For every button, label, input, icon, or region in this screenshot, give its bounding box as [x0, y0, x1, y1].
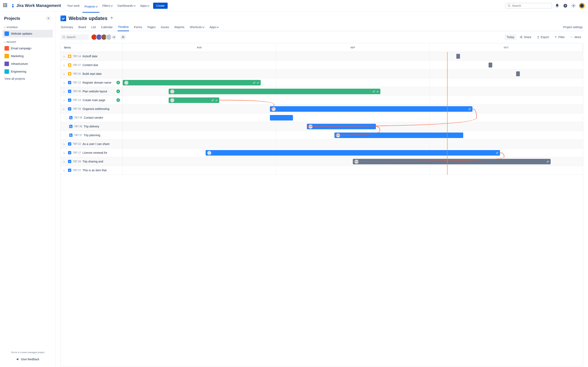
add-project-button[interactable]: + [45, 16, 51, 21]
nav-item-filters[interactable]: Filters [100, 2, 114, 9]
collapse-icon[interactable] [63, 107, 66, 110]
timeline-bar[interactable] [123, 80, 261, 85]
settings-icon[interactable] [571, 3, 576, 8]
timeline-bar[interactable] [353, 159, 551, 164]
expand-icon[interactable] [63, 63, 66, 67]
timeline-bar[interactable] [169, 98, 219, 103]
expand-icon[interactable] [63, 160, 66, 163]
issue-title[interactable]: Kickoff date [82, 55, 97, 58]
recent-section-toggle[interactable]: RECENT [2, 40, 53, 44]
tab-apps[interactable]: Apps [209, 24, 219, 31]
issue-title[interactable]: As a user I can share [82, 142, 109, 146]
issue-key[interactable]: TBT-14 [73, 55, 81, 58]
expand-icon[interactable] [63, 81, 66, 84]
issue-key[interactable]: TBT-36 [74, 125, 82, 128]
issue-title[interactable]: Trip sharing and [82, 160, 103, 163]
timeline-row[interactable]: TBT-33Organize webhosting [61, 105, 583, 113]
timeline-row[interactable]: TBT-27This is an item that [61, 166, 583, 175]
issue-title[interactable]: This is an item that [82, 169, 107, 172]
issue-title[interactable]: Build start date [82, 72, 102, 75]
expand-icon[interactable] [63, 55, 66, 58]
issue-key[interactable]: TBT-17 [73, 151, 81, 154]
tab-forms[interactable]: Forms [134, 24, 143, 31]
tab-project-settings[interactable]: Project settings [563, 24, 583, 31]
issue-key[interactable]: TBT-22 [73, 142, 81, 145]
product-logo[interactable]: Jira Work Management [11, 3, 61, 8]
tab-summary[interactable]: Summary [61, 24, 73, 31]
more-button[interactable]: ⋯More [568, 34, 583, 40]
timeline-row[interactable]: TBT-12Register domain name [61, 78, 583, 87]
timeline-row[interactable]: TBT-37Trip planning [61, 131, 583, 140]
expand-icon[interactable] [63, 72, 66, 75]
avatar-overflow[interactable]: +3 [111, 34, 117, 40]
tab-calendar[interactable]: Calendar [101, 24, 113, 31]
expand-icon[interactable] [63, 142, 66, 146]
timeline-bar[interactable] [334, 133, 463, 138]
tab-reports[interactable]: Reports [174, 24, 185, 31]
tab-issues[interactable]: Issues [160, 24, 169, 31]
timeline-bar[interactable] [169, 89, 380, 94]
issue-key[interactable]: TBT-12 [73, 81, 81, 84]
nav-item-your-work[interactable]: Your work [65, 2, 82, 9]
issue-title[interactable]: Plan website layout [82, 90, 107, 93]
sidebar-project-marketing[interactable]: Marketing [2, 52, 53, 60]
tab-shortcuts[interactable]: Shortcuts [189, 24, 205, 31]
nav-item-projects[interactable]: Projects [82, 2, 99, 13]
expand-icon[interactable] [63, 151, 66, 154]
global-search-input[interactable] [512, 4, 550, 7]
customize-icon[interactable] [110, 17, 113, 20]
issue-key[interactable]: TBT-33 [73, 108, 81, 110]
issue-key[interactable]: TBT-27 [73, 169, 81, 172]
timeline-row[interactable]: TBT-35Plan website layout [61, 87, 583, 96]
milestone-marker[interactable] [516, 71, 520, 76]
issue-key[interactable]: TBT-32 [73, 72, 81, 75]
milestone-marker[interactable] [489, 63, 492, 67]
nav-item-apps[interactable]: Apps [138, 2, 151, 9]
create-button[interactable]: Create [153, 3, 167, 9]
issue-title[interactable]: License renewal for [82, 151, 107, 154]
timeline-row[interactable]: TBT-14Kickoff date [61, 52, 583, 61]
milestone-marker[interactable] [456, 54, 460, 59]
issue-title[interactable]: Trip delivery [84, 125, 99, 128]
tab-board[interactable]: Board [78, 24, 86, 31]
timeline-row[interactable]: TBT-29Trip sharing and [61, 157, 583, 166]
issue-key[interactable]: TBT-35 [74, 116, 82, 119]
share-button[interactable]: Share [518, 34, 533, 40]
user-avatar[interactable] [579, 3, 585, 8]
issue-title[interactable]: Content due [82, 63, 98, 67]
issue-key[interactable]: TBT-27 [73, 64, 81, 67]
sidebar-project-engineering[interactable]: Engineering [2, 68, 53, 75]
export-button[interactable]: Export [535, 34, 551, 40]
issue-key[interactable]: TBT-29 [73, 160, 81, 163]
timeline-bar[interactable] [270, 106, 472, 112]
issue-key[interactable]: TBT-37 [74, 134, 82, 137]
tab-pages[interactable]: Pages [147, 24, 156, 31]
app-switcher-icon[interactable] [3, 3, 8, 8]
issue-title[interactable]: Trip planning [84, 133, 100, 137]
filter-button[interactable]: Filter [552, 34, 567, 40]
timeline-bar[interactable] [307, 124, 376, 129]
give-feedback-button[interactable]: Give feedback [2, 356, 53, 363]
board-search-input[interactable] [67, 35, 85, 39]
global-search[interactable] [505, 3, 552, 8]
expand-icon[interactable] [63, 90, 66, 93]
timeline-row[interactable]: TBT-17License renewal for [61, 149, 583, 157]
board-search[interactable] [61, 34, 89, 40]
view-all-projects[interactable]: View all projects [2, 75, 53, 82]
starred-section-toggle[interactable]: STARRED [2, 25, 53, 30]
sidebar-project-email-campaign[interactable]: Email campaign [2, 44, 53, 52]
issue-key[interactable]: TBT-35 [73, 90, 81, 93]
issue-title[interactable]: Register domain name [82, 81, 111, 84]
notifications-icon[interactable] [554, 3, 560, 8]
today-button[interactable]: Today [505, 34, 516, 40]
tab-list[interactable]: List [91, 24, 96, 31]
timeline-row[interactable]: TBT-32Build start date [61, 69, 583, 78]
assignee-avatars[interactable]: +3 [91, 34, 117, 40]
timeline-row[interactable]: TBT-35Contact vendor [61, 113, 583, 122]
issue-title[interactable]: Contact vendor [84, 116, 103, 119]
timeline-bar[interactable] [206, 150, 500, 156]
sidebar-project-website-updates[interactable]: Website updates [2, 30, 53, 38]
sidebar-project-infrastructure[interactable]: Infrastructure [2, 60, 53, 68]
issue-key[interactable]: TBT-14 [73, 99, 81, 101]
issue-title[interactable]: Create main page [82, 99, 105, 102]
